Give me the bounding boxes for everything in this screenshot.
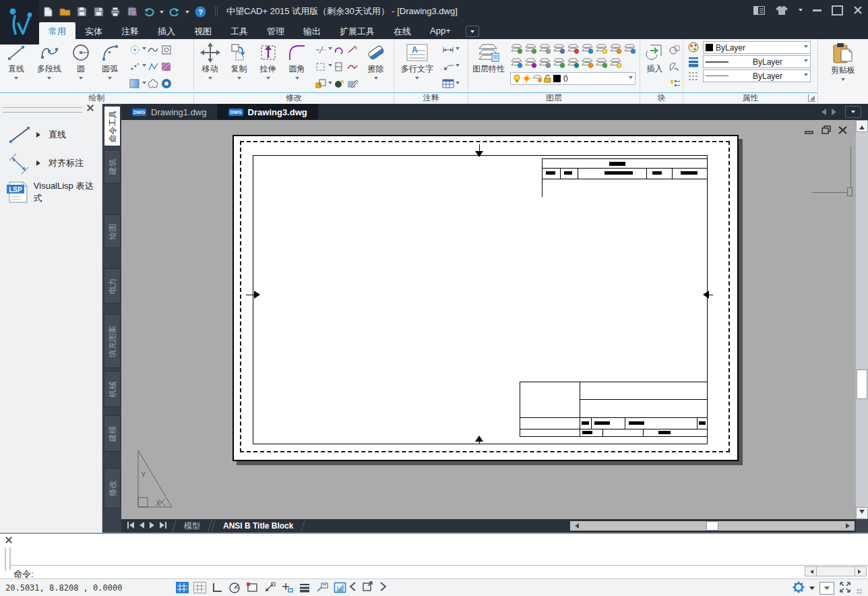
ribbon-tab-home[interactable]: 常用 xyxy=(39,22,75,39)
layer-tool-1-5-icon[interactable] xyxy=(581,44,594,54)
ribbon-tab-solid[interactable]: 实体 xyxy=(75,22,112,39)
resize-grip[interactable] xyxy=(856,588,863,595)
offset-icon[interactable] xyxy=(332,44,346,56)
edit-attribute-icon[interactable] xyxy=(668,61,681,73)
zwcad-logo[interactable] xyxy=(0,0,39,44)
next-layout-button[interactable] xyxy=(149,521,155,531)
prev-layout-button[interactable] xyxy=(139,521,145,531)
dynamic-ucs-icon[interactable] xyxy=(280,581,294,594)
explode-icon[interactable] xyxy=(332,78,346,90)
spline-fit-icon[interactable] xyxy=(146,61,160,73)
drawing-canvas[interactable]: Y X xyxy=(121,120,856,519)
stretch-button[interactable]: 拉伸 xyxy=(253,41,282,92)
settings-caret-icon[interactable] xyxy=(809,587,815,593)
palette-grip[interactable] xyxy=(3,107,82,113)
layer-combo-caret-icon[interactable] xyxy=(629,76,633,81)
object-tracking-icon[interactable] xyxy=(263,581,276,594)
palette-tab-0[interactable]: 命令工具 xyxy=(104,106,121,146)
region-icon[interactable] xyxy=(160,44,173,56)
table-caret-icon[interactable] xyxy=(456,82,460,86)
close-button[interactable] xyxy=(853,4,863,16)
palette-tab-1[interactable]: 建筑 xyxy=(104,150,121,183)
linetype-combo[interactable]: ByLayer xyxy=(703,69,811,82)
layer-tool-1-7-icon[interactable] xyxy=(609,44,622,54)
properties-dialog-launcher[interactable] xyxy=(808,94,815,102)
undo-caret-icon[interactable] xyxy=(160,11,164,16)
layer-tool-1-4-icon[interactable] xyxy=(567,44,580,54)
palette-tab-7[interactable]: 修改 xyxy=(104,468,121,508)
settings-gear-icon[interactable] xyxy=(793,581,805,595)
edit-polyline-icon[interactable] xyxy=(346,44,359,56)
layer-tool-2-6-icon[interactable] xyxy=(595,58,608,68)
center-circle-icon[interactable] xyxy=(128,44,142,56)
attribute-manager-icon[interactable] xyxy=(668,78,681,90)
table-icon[interactable] xyxy=(441,78,455,90)
ortho-icon[interactable] xyxy=(210,581,224,594)
model-paper-toggle-icon[interactable] xyxy=(333,581,346,594)
lineweight-display-icon[interactable] xyxy=(298,581,311,594)
lineweight-combo[interactable]: ByLayer xyxy=(703,55,811,68)
maximize-button[interactable] xyxy=(832,4,843,16)
next-viewport-icon[interactable] xyxy=(380,582,387,593)
point-icon[interactable] xyxy=(128,61,142,73)
scroll-left-button[interactable] xyxy=(570,521,581,531)
palette-item-visuallisp[interactable]: LSP VisualLisp 表达式 xyxy=(5,179,102,205)
ribbon-tab-annotate[interactable]: 注释 xyxy=(112,22,148,39)
dimension-icon[interactable] xyxy=(441,44,455,56)
layer-tool-2-3-icon[interactable] xyxy=(553,58,565,68)
open-folder-icon[interactable] xyxy=(59,5,71,18)
clipboard-paste-button[interactable]: 剪贴板 xyxy=(823,41,863,92)
color-combo[interactable]: ByLayer xyxy=(703,41,811,54)
layer-tool-1-1-icon[interactable] xyxy=(524,44,537,54)
ribbon-tab-manage[interactable]: 管理 xyxy=(257,22,294,39)
palette-tab-4[interactable]: 填充图案 xyxy=(104,314,121,368)
fillet-button[interactable]: 圆角 xyxy=(282,41,311,92)
layer-tool-2-5-icon[interactable] xyxy=(581,58,594,68)
layer-combo[interactable]: 0 xyxy=(510,72,636,85)
polar-tracking-icon[interactable] xyxy=(228,581,241,594)
insert-block-button[interactable]: 插入 xyxy=(642,41,668,92)
layer-tool-2-0-icon[interactable] xyxy=(510,58,523,68)
hatch-icon[interactable] xyxy=(160,61,173,73)
palette-tab-5[interactable]: 机械 xyxy=(104,371,121,407)
doc-tab-scroll-right-icon[interactable] xyxy=(832,109,840,115)
doc-tab-drawing1[interactable]: DWG Drawing1.dwg xyxy=(121,104,218,120)
layer-tool-1-0-icon[interactable] xyxy=(510,44,523,54)
layer-tool-2-4-icon[interactable] xyxy=(567,58,580,68)
palette-item-aligned-dim[interactable]: 对齐标注 xyxy=(5,151,84,175)
align-icon[interactable] xyxy=(332,61,346,73)
ribbon-tab-tools[interactable]: 工具 xyxy=(221,22,257,39)
horizontal-scrollbar[interactable] xyxy=(570,521,855,531)
ribbon-tab-insert[interactable]: 插入 xyxy=(148,22,185,39)
vertical-scroll-thumb[interactable] xyxy=(857,369,867,399)
doc-tab-scroll-left-icon[interactable] xyxy=(818,109,826,115)
last-layout-button[interactable] xyxy=(159,521,167,531)
layer-tool-2-2-icon[interactable] xyxy=(538,58,551,68)
palette-item-line[interactable]: 直线 xyxy=(5,124,66,146)
prev-viewport-icon[interactable] xyxy=(349,582,356,593)
layout-tab-model[interactable]: 模型 xyxy=(172,520,212,533)
theme-caret-icon[interactable] xyxy=(799,9,803,13)
line-button[interactable]: 直线 xyxy=(1,41,31,92)
dynamic-input-icon[interactable] xyxy=(315,581,329,594)
layer-tool-2-1-icon[interactable] xyxy=(524,58,537,68)
palette-tab-6[interactable]: 建模 xyxy=(104,415,121,452)
ribbon-tab-view[interactable]: 视图 xyxy=(185,22,221,39)
polyline-button[interactable]: 多段线 xyxy=(31,41,67,92)
rectangle-icon[interactable] xyxy=(314,61,328,73)
edit-hatch-icon[interactable] xyxy=(346,78,359,90)
scroll-right-button[interactable] xyxy=(844,521,855,531)
edit-spline-icon[interactable] xyxy=(346,61,359,73)
palette-tab-3[interactable]: 电力 xyxy=(104,268,121,303)
leader-caret-icon[interactable] xyxy=(456,64,460,69)
redo-icon[interactable] xyxy=(168,5,181,18)
redo-caret-icon[interactable] xyxy=(185,11,189,16)
doc-tab-drawing3[interactable]: DWG Drawing3.dwg xyxy=(218,104,318,120)
layer-tool-2-7-icon[interactable] xyxy=(609,58,622,68)
object-snap-icon[interactable] xyxy=(245,581,259,594)
annotation-scale-dropdown[interactable] xyxy=(819,582,834,595)
print-icon[interactable] xyxy=(109,5,121,18)
layer-tool-1-3-icon[interactable] xyxy=(553,44,565,54)
revcloud-icon[interactable] xyxy=(146,78,160,90)
layer-tool-1-2-icon[interactable] xyxy=(538,44,551,54)
